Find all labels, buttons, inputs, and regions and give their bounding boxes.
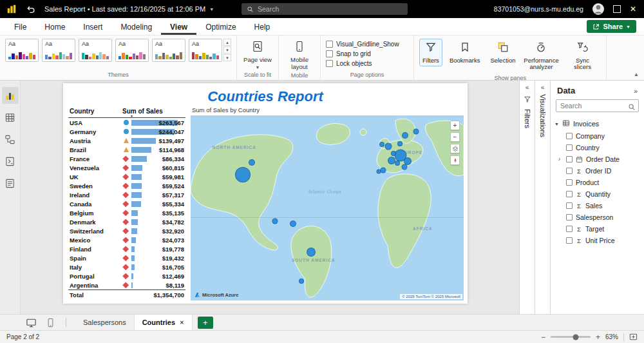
close-tab-icon[interactable]: ✕ [180,320,184,326]
table-node-invoices[interactable]: ▼ Invoices [551,117,644,130]
table-row-brazil[interactable]: Brazil$114,968 [68,145,185,154]
table-row-germany[interactable]: Germany$244,047 [68,127,185,136]
theme-card-4[interactable]: Aa [115,39,149,62]
map-bubble-brazil[interactable] [307,248,316,257]
theme-card-1[interactable]: Aa [5,39,39,62]
snap-to-grid-checkbox[interactable]: Snap to grid [326,50,408,57]
field-quantity[interactable]: ΣQuantity [551,188,644,200]
report-page[interactable]: Countries Report Country Sum of Sales ▼ … [63,83,468,304]
menu-tab-optimize[interactable]: Optimize [196,18,245,35]
filters-pane-collapsed[interactable]: « Filters [519,81,535,314]
selection-pane-button[interactable]: Selection [487,39,518,66]
model-view-button[interactable] [2,131,19,148]
map-bubble-italy[interactable] [401,164,407,170]
collapse-table-chevron-icon[interactable]: ▼ [554,122,559,126]
mobile-view-icon[interactable] [44,316,57,329]
map-bubble-usa[interactable] [235,167,251,182]
table-row-ireland[interactable]: Ireland$57,317 [68,190,185,199]
theme-card-2[interactable]: Aa [42,39,75,62]
title-chevron-down-icon[interactable]: ▼ [209,7,214,12]
field-country[interactable]: Country [551,142,644,153]
collapse-data-pane-icon[interactable]: » [634,87,638,95]
zoom-out-button[interactable]: − [450,132,460,142]
lock-objects-checkbox[interactable]: Lock objects [326,60,408,67]
field-checkbox[interactable] [566,226,573,232]
visual-gridline-show-checkbox[interactable]: Visual_Gridline_Show [326,41,408,48]
map-style-button[interactable] [450,144,460,153]
field-checkbox[interactable] [566,144,573,151]
table-row-italy[interactable]: Italy$16,705 [68,262,185,271]
compass-button[interactable] [450,155,460,165]
report-canvas[interactable]: Countries Report Country Sum of Sales ▼ … [21,81,519,314]
table-header[interactable]: Country Sum of Sales ▼ [68,106,185,118]
menu-tab-help[interactable]: Help [245,18,279,35]
theme-card-6[interactable]: Aa [189,39,222,62]
field-checkbox[interactable] [566,191,573,197]
table-view-button[interactable] [2,109,19,126]
map-bubble-venezuela[interactable] [290,220,296,227]
field-checkbox[interactable] [566,202,573,209]
map-bubble-france[interactable] [388,157,395,164]
field-checkbox[interactable] [566,237,573,244]
sales-table-visual[interactable]: Country Sum of Sales ▼ USA$263,567German… [68,106,185,300]
expand-visualizations-icon[interactable]: « [541,84,545,91]
close-button[interactable]: ✕ [630,5,636,13]
field-target[interactable]: ΣTarget [551,223,644,235]
page-tab-countries[interactable]: Countries✕ [134,315,193,331]
menu-tab-modeling[interactable]: Modeling [111,18,161,35]
field-product[interactable]: Product [551,177,644,188]
map-bubble-switzerland[interactable] [395,161,400,166]
map-bubble-spain[interactable] [381,167,386,173]
expand-chevron-icon[interactable]: › [558,157,563,162]
field-company[interactable]: Company [551,130,644,142]
document-title[interactable]: Sales Report • Last saved: 12/16/2025 at… [44,5,205,13]
theme-scroll-up-button[interactable]: ▲ [223,39,231,46]
field-checkbox[interactable] [566,168,573,174]
zoom-out-button[interactable]: − [541,333,545,341]
table-row-france[interactable]: France$86,334 [68,154,185,163]
map-bubble-sweden[interactable] [402,132,408,139]
map-bubble-mexico[interactable] [272,218,278,224]
field-sales[interactable]: ΣSales [551,200,644,211]
menu-tab-view[interactable]: View [161,18,196,35]
field-checkbox[interactable] [566,214,573,220]
table-row-finland[interactable]: Finland$19,778 [68,244,185,253]
table-row-canada[interactable]: Canada$55,334 [68,199,185,208]
map-bubble-uk[interactable] [385,143,392,150]
table-row-portugal[interactable]: Portugal$12,469 [68,271,185,280]
azure-map[interactable]: NORTH AMERICAEUROPEAFRICASOUTH AMERICAAt… [191,115,464,300]
table-row-uk[interactable]: UK$59,981 [68,172,185,181]
map-bubble-ireland[interactable] [379,142,384,147]
theme-scroll-down-button[interactable]: ▼ [223,46,231,54]
sync-slicers-pane-button[interactable]: Sync slicers [564,39,601,74]
global-search-box[interactable] [242,3,408,15]
theme-gallery-expand-button[interactable]: ▼ [223,54,231,61]
table-row-belgium[interactable]: Belgium$35,135 [68,208,185,217]
map-visual[interactable]: Sum of Sales by Country [191,106,464,300]
zoom-in-button[interactable]: + [596,333,600,341]
field-salesperson[interactable]: Salesperson [551,211,644,223]
zoom-in-button[interactable]: + [450,121,460,130]
map-bubble-denmark[interactable] [397,141,402,146]
report-view-button[interactable] [2,87,19,104]
account-email[interactable]: 83701053@nurs.s-mu.edu.eg [494,5,583,13]
new-page-button[interactable]: + [198,317,213,329]
collapse-ribbon-icon[interactable]: ▲ [634,72,639,77]
field-order-id[interactable]: ΣOrder ID [551,165,644,177]
maximize-button[interactable] [613,5,621,13]
table-row-usa[interactable]: USA$263,567 [68,118,185,127]
dax-query-view-button[interactable] [2,153,19,170]
menu-tab-insert[interactable]: Insert [74,18,111,35]
table-row-spain[interactable]: Spain$19,432 [68,253,185,262]
field-checkbox[interactable] [566,179,573,186]
zoom-slider[interactable] [551,336,591,338]
menu-tab-file[interactable]: File [5,18,35,35]
theme-card-5[interactable]: Aa [152,39,185,62]
table-row-austria[interactable]: Austria$139,497 [68,136,185,145]
page-tab-salespersons[interactable]: Salespersons [75,315,134,331]
table-row-sweden[interactable]: Sweden$59,524 [68,181,185,190]
table-row-switzerland[interactable]: Switzerland$32,920 [68,226,185,235]
field-unit-price[interactable]: ΣUnit Price [551,235,644,246]
column-header-country[interactable]: Country [68,106,122,117]
undo-icon[interactable] [26,5,35,14]
